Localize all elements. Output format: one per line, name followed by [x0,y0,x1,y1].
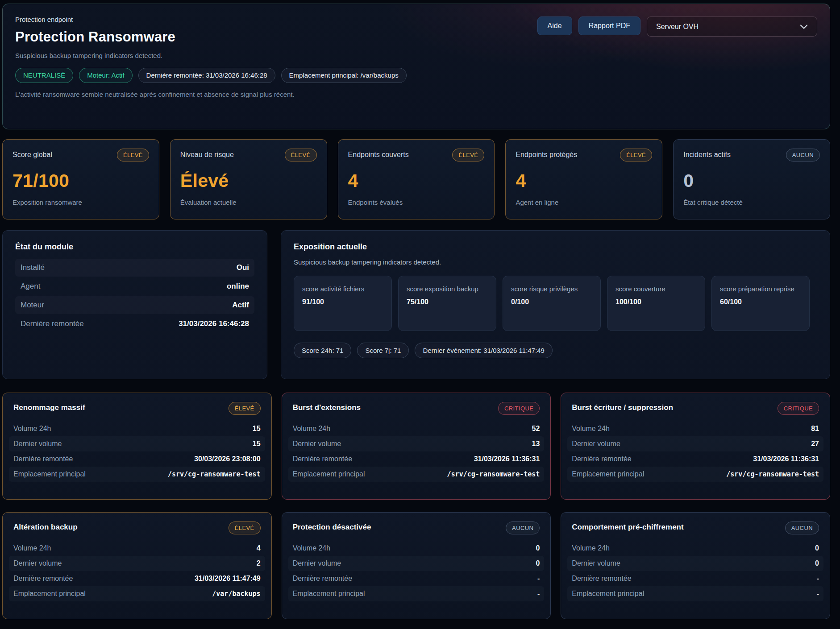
signal-card-title: Comportement pré-chiffrement [572,521,683,532]
signal-row-label: Emplacement principal [293,590,365,598]
signal-row: Volume 24h 4 [9,541,265,556]
report-pdf-button[interactable]: Rapport PDF [578,17,640,35]
ransomware-dashboard: Protection endpoint Protection Ransomwar… [0,0,840,624]
level-badge: AUCUN [786,149,820,161]
score-chip-backup-exposure: score exposition backup 75/100 [398,276,496,331]
stat-card-title: Endpoints couverts [348,149,409,159]
signal-card-title: Burst écriture / suppression [572,402,673,412]
score-chip-value: 91/100 [302,298,383,306]
signal-row: Dernière remontée 31/03/2026 11:47:49 [9,571,265,586]
stat-cards-row: Score global ÉLEVÉ 71/100 Exposition ran… [2,139,830,219]
server-select-value: Serveur OVH [656,23,699,31]
section-eyebrow: Protection endpoint [15,16,407,23]
row-value: Actif [232,301,249,310]
signal-row: Volume 24h 15 [9,421,265,436]
row-value: 31/03/2026 16:46:28 [179,319,249,328]
score-chip-file-activity: score activité fichiers 91/100 [294,276,392,331]
signal-row-value: 13 [532,440,540,448]
signal-row-label: Volume 24h [572,544,610,552]
signal-row-label: Dernier volume [13,440,62,448]
signal-row-value: 0 [536,559,540,567]
signal-row-label: Dernière remontée [572,575,631,583]
signal-row-label: Volume 24h [572,425,610,433]
status-pill-row: NEUTRALISÉ Moteur: Actif Dernière remont… [15,68,407,83]
stat-card-value: 4 [516,170,652,191]
signal-row-label: Dernier volume [293,440,341,448]
stat-card-caption: Agent en ligne [516,199,652,206]
exposure-panel: Exposition actuelle Suspicious backup ta… [281,230,830,379]
signal-row-value: 31/03/2026 11:47:49 [195,575,261,583]
signal-card-top: Altération backup ÉLEVÉ [13,521,261,534]
server-select[interactable]: Serveur OVH [647,17,817,37]
score-chip-value: 0/100 [511,298,592,306]
score-chip-privilege-risk: score risque privilèges 0/100 [503,276,601,331]
stat-card-risk-level: Niveau de risque ÉLEVÉ Élevé Évaluation … [170,139,327,219]
signal-row: Emplacement principal /srv/cg-ransomware… [9,467,265,482]
signal-row-label: Dernier volume [572,440,620,448]
signal-row-value: 27 [811,440,819,448]
level-badge: CRITIQUE [778,402,819,415]
signal-card-top: Burst écriture / suppression CRITIQUE [572,402,819,415]
signal-row-value: 0 [536,544,540,552]
summary-pill-row: Score 24h: 71 Score 7j: 71 Dernier événe… [294,343,817,358]
signal-row-value: 31/03/2026 11:36:31 [753,455,819,463]
score-chip-value: 60/100 [720,298,801,306]
stat-card-caption: État critique détecté [683,199,820,206]
signal-row: Dernière remontée - [288,571,545,586]
exposure-subtitle: Suspicious backup tampering indicators d… [294,258,817,266]
signal-card-backup-tampering: Altération backup ÉLEVÉ Volume 24h 4 Der… [2,512,272,619]
row-label: Dernière remontée [21,319,84,328]
signal-row-label: Dernière remontée [13,575,73,583]
signal-card-top: Comportement pré-chiffrement AUCUN [572,521,819,534]
signal-row-value: 0 [815,559,819,567]
signal-row-label: Emplacement principal [572,590,644,598]
signal-card-title: Protection désactivée [293,521,371,532]
signal-card-protection-disabled: Protection désactivée AUCUN Volume 24h 0… [282,512,551,619]
stat-card-title: Niveau de risque [180,149,234,159]
signal-row: Dernière remontée - [567,571,823,586]
signal-row-value: /srv/cg-ransomware-test [447,470,540,478]
score-chip-label: score activité fichiers [302,284,383,294]
score-chip-recovery-readiness: score préparation reprise 60/100 [711,276,810,331]
signal-row-label: Emplacement principal [572,470,644,478]
signal-row: Dernière remontée 31/03/2026 11:36:31 [567,451,823,467]
signal-cards-grid: Renommage massif ÉLEVÉ Volume 24h 15 Der… [2,393,830,619]
signal-row-label: Dernière remontée [293,455,352,463]
signal-row-label: Volume 24h [13,425,51,433]
page-subtitle: Suspicious backup tampering indicators d… [15,52,407,59]
level-badge: ÉLEVÉ [285,149,317,161]
stat-card-title: Endpoints protégés [516,149,577,159]
signal-row-label: Volume 24h [13,544,51,552]
stat-card-score-global: Score global ÉLEVÉ 71/100 Exposition ran… [2,139,159,219]
score-chip-label: score couverture [615,284,697,294]
signal-row: Dernier volume 2 [9,556,265,571]
signal-row-value: 15 [253,440,261,448]
stat-card-top: Incidents actifs AUCUN [683,149,820,161]
signal-card-extension-burst: Burst d'extensions CRITIQUE Volume 24h 5… [282,393,551,500]
score-chip-value: 100/100 [615,298,697,306]
signal-row-label: Dernier volume [293,559,341,567]
score-chip-label: score préparation reprise [720,284,801,294]
signal-row-label: Emplacement principal [13,470,86,478]
level-badge: ÉLEVÉ [452,149,484,161]
summary-pill-score-7d: Score 7j: 71 [357,343,409,358]
level-badge: ÉLEVÉ [620,149,652,161]
signal-row: Volume 24h 0 [567,541,823,556]
stat-card-endpoints-protected: Endpoints protégés ÉLEVÉ 4 Agent en lign… [505,139,662,219]
help-button[interactable]: Aide [537,17,572,35]
level-badge: AUCUN [506,521,540,534]
row-label: Agent [21,282,40,291]
panel-title: État du module [15,242,254,252]
level-badge: ÉLEVÉ [229,521,261,534]
score-chip-row: score activité fichiers 91/100 score exp… [294,276,817,331]
signal-row-label: Dernière remontée [13,455,73,463]
signal-row-label: Dernier volume [13,559,62,567]
row-value: Oui [237,263,249,272]
header-banner: Protection endpoint Protection Ransomwar… [2,4,830,129]
module-row-last-report: Dernière remontée 31/03/2026 16:46:28 [15,315,254,333]
module-row-installed: Installé Oui [15,259,254,277]
signal-row-value: 0 [815,544,819,552]
level-badge: CRITIQUE [498,402,540,415]
stat-card-value: 0 [683,170,820,191]
status-note: L'activité ransomware semble neutralisée… [15,91,407,98]
